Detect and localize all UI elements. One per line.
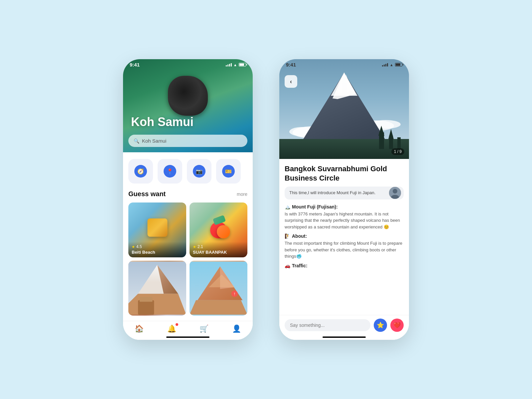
location-icon: 📍 (164, 165, 176, 178)
section-heading-3: 🚗 Traffic: (285, 263, 404, 268)
svg-rect-5 (140, 297, 153, 302)
car-emoji: 🚗 (285, 263, 290, 268)
compass-icon: 🧭 (134, 165, 147, 178)
card-image-4: ↑ (190, 261, 247, 316)
detail-hero-image: ‹ 1 / 9 (279, 59, 409, 159)
card-rating-2: ★ 2.1 (193, 244, 244, 249)
bag-illustration (157, 223, 158, 237)
action-bar: ⭐ ❤️ (279, 315, 409, 340)
bell-icon: 🔔 (167, 325, 176, 333)
wifi-icon-right: ▲ (390, 63, 393, 67)
chat-avatar (389, 187, 401, 199)
quick-action-compass[interactable]: 🧭 (128, 159, 153, 184)
chat-text: This time,I will introduce Mount Fuji in… (289, 190, 387, 196)
rating-value-1: 4.5 (136, 244, 142, 249)
tickets-icon: 🎫 (222, 165, 235, 178)
section-header: Guess want more (128, 190, 247, 198)
detail-content: Bangkok Suvarnabhumi Gold Business Circl… (279, 159, 409, 340)
quick-action-tickets[interactable]: 🎫 (216, 159, 241, 184)
card-overlay-1: ★ 4.5 Beiti Beach (128, 242, 186, 257)
card-name-2: SUAY BAANPAK (193, 250, 244, 255)
card-name-1: Beiti Beach (132, 250, 183, 255)
status-time-right: 9:41 (286, 62, 296, 67)
section-traffic: 🚗 Traffic: (285, 263, 404, 268)
card-mountain-2[interactable]: ↑ (190, 261, 247, 316)
card-rating-1: ★ 4.5 (132, 244, 183, 249)
right-phone: 9:41 ▲ (279, 59, 409, 340)
card-overlay-2: ★ 2.1 SUAY BAANPAK (190, 242, 247, 257)
section-mount-fuji: 🏔️ Mount Fuji (Fujisan): Is with 3776 me… (285, 204, 404, 230)
signal-icon-right (382, 63, 388, 66)
nav-home[interactable]: 🏠 (135, 325, 144, 333)
chat-bubble: This time,I will introduce Mount Fuji in… (285, 187, 404, 200)
profile-icon: 👤 (232, 325, 241, 333)
star-button[interactable]: ⭐ (374, 319, 387, 332)
star-icon-2: ★ (193, 245, 196, 249)
more-button[interactable]: more (237, 192, 247, 197)
mountain-svg-1 (128, 261, 186, 316)
card-beiti-beach[interactable]: ★ 4.5 Beiti Beach (128, 202, 186, 257)
cart-icon: 🛒 (200, 325, 208, 333)
left-phone: 9:41 ▲ Koh Samui 🔍 Koh Samui (123, 59, 253, 340)
food-illustration (210, 222, 227, 238)
section-title-2: About: (292, 233, 307, 239)
say-input[interactable] (285, 319, 370, 331)
mountain-svg-2: ↑ (190, 261, 247, 316)
mountain-emoji: 🏔️ (285, 204, 290, 209)
status-icons-left: ▲ (226, 63, 246, 67)
left-content: 🧭 📍 📷 🎫 Guess want more (123, 152, 253, 340)
card-suay-baanpak[interactable]: ★ 2.1 SUAY BAANPAK (190, 202, 247, 257)
section-about: 🧗 About: The most important thing for cl… (285, 233, 404, 260)
bag-body (147, 218, 167, 237)
battery-icon-right (395, 63, 402, 66)
status-time-left: 9:41 (130, 62, 140, 67)
home-icon: 🏠 (135, 325, 144, 333)
hero-image: Koh Samui 🔍 Koh Samui (123, 59, 253, 152)
svg-rect-29 (397, 137, 401, 149)
status-bar-left: 9:41 ▲ (123, 59, 253, 69)
svg-text:↑: ↑ (233, 291, 236, 296)
quick-action-location[interactable]: 📍 (158, 159, 182, 184)
section-title-1: Mount Fuji (Fujisan): (292, 204, 338, 209)
section-heading-1: 🏔️ Mount Fuji (Fujisan): (285, 204, 404, 209)
bell-badge (176, 323, 178, 326)
back-button[interactable]: ‹ (285, 75, 297, 88)
star-icon-1: ★ (132, 245, 135, 249)
svg-point-31 (393, 189, 397, 194)
nav-cart[interactable]: 🛒 (200, 325, 208, 333)
section-text-1: Is with 3776 meters Japan's highest moun… (285, 211, 404, 230)
hero-title: Koh Samui (131, 115, 194, 129)
svg-marker-9 (190, 300, 247, 315)
status-icons-right: ▲ (382, 63, 402, 67)
wifi-icon: ▲ (233, 63, 237, 67)
avatar-image (389, 187, 401, 199)
camera-icon: 📷 (193, 165, 205, 178)
section-title-3: Traffic: (292, 263, 308, 268)
fuji-mountain-svg (279, 59, 409, 159)
hero-rocks (158, 69, 218, 116)
rating-value-2: 2.1 (198, 244, 203, 249)
card-mountain-1[interactable] (128, 261, 186, 316)
svg-marker-3 (128, 294, 186, 315)
detail-title: Bangkok Suvarnabhumi Gold Business Circl… (285, 164, 404, 183)
home-bar-right (323, 336, 366, 338)
heart-button[interactable]: ❤️ (390, 319, 404, 332)
status-bar-right: 9:41 ▲ (279, 59, 409, 69)
nav-profile[interactable]: 👤 (232, 325, 241, 333)
svg-rect-4 (138, 300, 154, 315)
nav-bell[interactable]: 🔔 (167, 325, 176, 333)
section-heading-2: 🧗 About: (285, 233, 404, 239)
quick-actions: 🧭 📍 📷 🎫 (128, 159, 247, 184)
card-image-3 (128, 261, 186, 316)
search-icon: 🔍 (134, 138, 139, 144)
search-bar[interactable]: 🔍 Koh Samui (128, 135, 247, 147)
search-text: Koh Samui (142, 138, 166, 144)
signal-icon (226, 63, 232, 66)
person-emoji: 🧗 (285, 233, 290, 239)
home-bar-left (166, 336, 209, 338)
section-text-2: The most important thing for climbing Mo… (285, 240, 404, 260)
section-title: Guess want (128, 190, 166, 198)
quick-action-camera[interactable]: 📷 (187, 159, 211, 184)
battery-icon (239, 63, 246, 66)
image-counter: 1 / 9 (391, 148, 404, 155)
